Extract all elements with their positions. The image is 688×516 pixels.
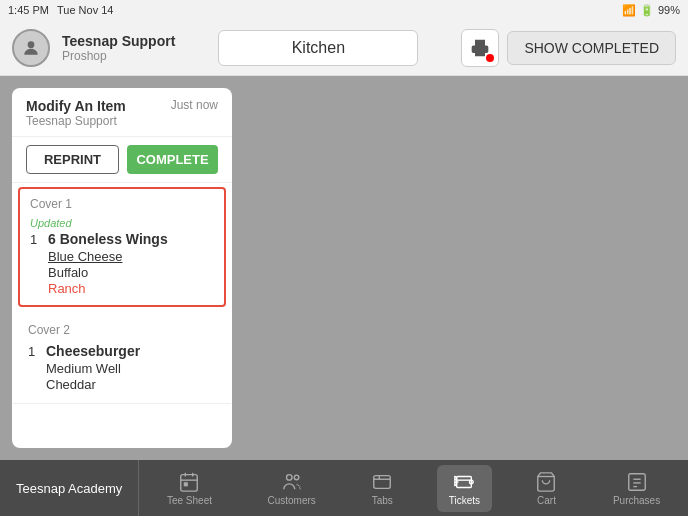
battery-percent: 99% bbox=[658, 4, 680, 16]
card-time: Just now bbox=[171, 98, 218, 112]
brand-label: Teesnap Academy bbox=[0, 460, 139, 516]
printer-status-dot bbox=[486, 54, 494, 62]
cover-2-label: Cover 2 bbox=[28, 323, 216, 337]
status-bar: 1:45 PM Tue Nov 14 📶 🔋 99% bbox=[0, 0, 688, 20]
modifier-blue-cheese: Blue Cheese bbox=[30, 249, 214, 264]
nav-label-purchases: Purchases bbox=[613, 495, 660, 506]
nav-label-tabs: Tabs bbox=[372, 495, 393, 506]
main-content: Modify An Item Teesnap Support Just now … bbox=[0, 76, 688, 460]
item-name: 6 Boneless Wings bbox=[48, 231, 168, 247]
cover-1-section: Cover 1 Updated 1 6 Boneless Wings Blue … bbox=[18, 187, 226, 307]
location: Proshop bbox=[62, 49, 175, 63]
battery-icon: 🔋 bbox=[640, 4, 654, 17]
cart-icon bbox=[535, 471, 557, 493]
item-row-2: 1 Cheeseburger bbox=[28, 343, 216, 359]
nav-label-tickets: Tickets bbox=[449, 495, 480, 506]
status-date: Tue Nov 14 bbox=[57, 4, 113, 16]
svg-rect-8 bbox=[374, 475, 391, 488]
nav-item-purchases[interactable]: Purchases bbox=[601, 465, 672, 512]
nav-label-cart: Cart bbox=[537, 495, 556, 506]
svg-rect-1 bbox=[181, 474, 198, 491]
card-title: Modify An Item bbox=[26, 98, 126, 114]
svg-point-7 bbox=[294, 475, 299, 480]
avatar bbox=[12, 29, 50, 67]
nav-label-tee-sheet: Tee Sheet bbox=[167, 495, 212, 506]
svg-rect-16 bbox=[628, 473, 645, 490]
tabs-icon bbox=[371, 471, 393, 493]
svg-point-0 bbox=[28, 41, 35, 48]
card-actions: REPRINT COMPLETE bbox=[12, 137, 232, 183]
svg-rect-5 bbox=[185, 482, 188, 485]
cover-1-label: Cover 1 bbox=[30, 197, 214, 211]
calendar-icon bbox=[178, 471, 200, 493]
header: Teesnap Support Proshop Kitchen SHOW COM… bbox=[0, 20, 688, 76]
show-completed-button[interactable]: SHOW COMPLETED bbox=[507, 31, 676, 65]
bottom-navigation: Tee Sheet Customers Tabs bbox=[139, 460, 688, 516]
card-source: Teesnap Support bbox=[26, 114, 126, 128]
order-card: Modify An Item Teesnap Support Just now … bbox=[12, 88, 232, 448]
kitchen-button[interactable]: Kitchen bbox=[218, 30, 418, 66]
item-qty: 1 bbox=[30, 232, 42, 247]
printer-button[interactable] bbox=[461, 29, 499, 67]
nav-item-tee-sheet[interactable]: Tee Sheet bbox=[155, 465, 224, 512]
nav-item-tickets[interactable]: Tickets bbox=[437, 465, 492, 512]
complete-button[interactable]: COMPLETE bbox=[127, 145, 218, 174]
footer-nav: Teesnap Academy Tee Sheet Customers bbox=[0, 460, 688, 516]
username: Teesnap Support bbox=[62, 33, 175, 49]
modifier-ranch: Ranch bbox=[30, 281, 214, 296]
nav-label-customers: Customers bbox=[267, 495, 315, 506]
people-icon bbox=[281, 471, 303, 493]
item-qty-2: 1 bbox=[28, 344, 40, 359]
nav-item-cart[interactable]: Cart bbox=[523, 465, 569, 512]
nav-item-customers[interactable]: Customers bbox=[255, 465, 327, 512]
card-header: Modify An Item Teesnap Support Just now bbox=[12, 88, 232, 137]
item-row: 1 6 Boneless Wings bbox=[30, 231, 214, 247]
kitchen-button-container: Kitchen bbox=[187, 30, 449, 66]
modifier-buffalo: Buffalo bbox=[30, 265, 214, 280]
wifi-icon: 📶 bbox=[622, 4, 636, 17]
updated-label: Updated bbox=[30, 217, 214, 229]
reprint-button[interactable]: REPRINT bbox=[26, 145, 119, 174]
user-info: Teesnap Support Proshop bbox=[62, 33, 175, 63]
item-name-2: Cheeseburger bbox=[46, 343, 140, 359]
svg-point-6 bbox=[286, 474, 292, 480]
status-time: 1:45 PM bbox=[8, 4, 49, 16]
modifier-medium-well: Medium Well bbox=[28, 361, 216, 376]
nav-item-tabs[interactable]: Tabs bbox=[359, 465, 405, 512]
cover-2-section: Cover 2 1 Cheeseburger Medium Well Chedd… bbox=[12, 311, 232, 404]
modifier-cheddar: Cheddar bbox=[28, 377, 216, 392]
purchases-icon bbox=[626, 471, 648, 493]
ticket-icon bbox=[453, 471, 475, 493]
